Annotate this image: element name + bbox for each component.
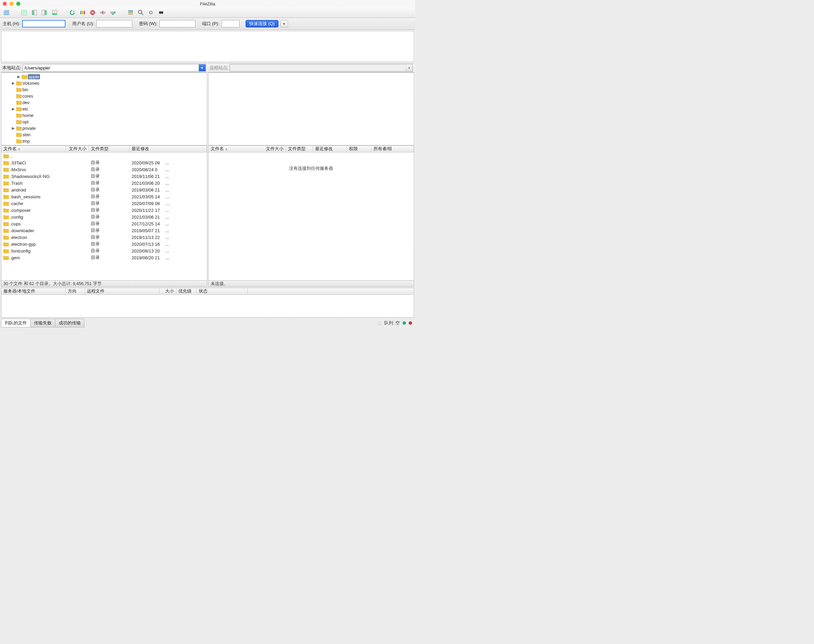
tree-item[interactable]: ▶etc (2, 106, 207, 112)
col-filename-remote[interactable]: 文件名∧ (209, 146, 266, 152)
remote-file-list[interactable]: 文件名∧ 文件大小 文件类型 最近修改 权限 所有者/组 没有连接到任何服务器 (208, 146, 415, 281)
toggle-log-icon[interactable] (20, 9, 29, 16)
titlebar: FileZilla (0, 0, 415, 8)
qcol-remote[interactable]: 远程文件 (85, 288, 160, 294)
list-item[interactable]: .. (2, 153, 207, 159)
activity-led-send (409, 321, 412, 325)
local-site-combo[interactable]: ▼ (23, 64, 206, 72)
local-directory-tree[interactable]: ▶apple▶Volumesbincoresdev▶etchomeopt▶pri… (1, 72, 207, 146)
remote-directory-tree[interactable] (208, 72, 415, 146)
quickconnect-button[interactable]: 快速连接 (Q) (246, 20, 278, 28)
toggle-remote-tree-icon[interactable] (40, 9, 49, 16)
qcol-status[interactable]: 状态 (197, 288, 247, 294)
sync-browse-icon[interactable] (146, 9, 155, 16)
col-modified[interactable]: 最近修改 (129, 146, 207, 152)
tab-queued[interactable]: 列队的文件 (1, 319, 31, 327)
list-item[interactable]: .ShadowsocksX-NG目录2019/11/06 21... (2, 173, 207, 179)
svg-point-24 (138, 10, 142, 14)
tree-item[interactable]: opt (2, 119, 207, 125)
message-log[interactable] (1, 31, 414, 62)
tree-item[interactable]: bin (2, 86, 207, 93)
local-file-list[interactable]: 文件名∧ 文件大小 文件类型 最近修改 ...33TaiCi目录2020/09/… (1, 146, 207, 281)
svg-rect-10 (42, 10, 45, 15)
refresh-icon[interactable] (68, 9, 77, 16)
compare-icon[interactable] (136, 9, 145, 16)
quickconnect-history-dropdown[interactable]: ▼ (281, 20, 288, 28)
search-remote-icon[interactable] (157, 9, 166, 16)
remote-site-input (230, 64, 405, 71)
svg-rect-8 (32, 10, 34, 15)
qcol-direction[interactable]: 方向 (66, 288, 85, 294)
local-status: 30 个文件 和 62 个目录。大小总计: 9,456,751 字节 (1, 281, 207, 287)
list-item[interactable]: .config目录2021/03/06 21... (2, 213, 207, 220)
password-input[interactable] (160, 20, 195, 28)
svg-rect-22 (128, 12, 133, 13)
port-input[interactable] (221, 20, 240, 28)
window-title: FileZilla (0, 2, 415, 6)
toolbar (0, 8, 415, 18)
qcol-size[interactable]: 大小 (160, 288, 177, 294)
tree-item[interactable]: ▶apple (2, 74, 207, 80)
toggle-local-tree-icon[interactable] (30, 9, 39, 16)
col-filetype-remote[interactable]: 文件类型 (286, 146, 313, 152)
list-item[interactable]: .bash_sessions目录2021/03/05 14... (2, 193, 207, 200)
col-filesize[interactable]: 文件大小 (66, 146, 89, 152)
list-item[interactable]: .cups目录2017/12/25 14... (2, 220, 207, 227)
list-item[interactable]: .Trash目录2021/03/06 20... (2, 179, 207, 186)
process-queue-icon[interactable] (78, 9, 87, 16)
username-input[interactable] (96, 20, 132, 28)
queue-tabs: 列队的文件 传输失败 成功的传输 ◌ 队列: 空 (0, 319, 415, 328)
remote-site-label: 远程站点: (210, 65, 229, 71)
list-item[interactable]: .33TaiCi目录2020/09/25 09... (2, 159, 207, 166)
tree-item[interactable]: cores (2, 93, 207, 99)
tree-item[interactable]: home (2, 112, 207, 119)
col-filename[interactable]: 文件名∧ (2, 146, 66, 152)
filter-icon[interactable] (126, 9, 135, 16)
local-site-label: 本地站点: (2, 65, 22, 71)
disconnect-icon[interactable] (98, 9, 107, 16)
reconnect-icon[interactable] (109, 9, 117, 16)
list-item[interactable]: .cache目录2020/07/09 08... (2, 200, 207, 207)
site-manager-icon[interactable] (2, 9, 11, 16)
list-item[interactable]: .android目录2019/03/08 21... (2, 186, 207, 193)
toggle-queue-icon[interactable] (50, 9, 59, 16)
col-modified-remote[interactable]: 最近修改 (313, 146, 347, 152)
tab-success[interactable]: 成功的传输 (55, 319, 84, 327)
tree-item[interactable]: ▶private (2, 125, 207, 132)
col-filesize-remote[interactable]: 文件大小 (266, 146, 286, 152)
list-item[interactable]: .electron-gyp目录2020/07/13 16... (2, 241, 207, 247)
col-filetype[interactable]: 文件类型 (89, 146, 129, 152)
col-owner[interactable]: 所有者/组 (372, 146, 414, 152)
list-item[interactable]: .gem目录2019/08/20 21... (2, 254, 207, 261)
svg-rect-16 (84, 11, 85, 14)
svg-rect-21 (128, 11, 133, 12)
cancel-icon[interactable] (88, 9, 97, 16)
local-site-input[interactable] (23, 64, 199, 71)
host-input[interactable] (22, 20, 66, 28)
tab-failed[interactable]: 传输失败 (30, 319, 55, 327)
list-item[interactable]: .electron目录2019/11/13 22... (2, 234, 207, 241)
transfer-queue[interactable]: 服务器/本地文件 方向 远程文件 大小 优先级 状态 (1, 288, 414, 317)
list-item[interactable]: .MxSrvs目录2020/08/24 0... (2, 166, 207, 173)
activity-led-receive (402, 321, 406, 325)
svg-rect-14 (80, 11, 81, 14)
col-permissions[interactable]: 权限 (347, 146, 372, 152)
chevron-down-icon[interactable]: ▼ (199, 64, 206, 71)
qcol-priority[interactable]: 优先级 (177, 288, 197, 294)
queue-status: 队列: 空 (384, 320, 400, 326)
port-label: 端口 (P): (202, 21, 220, 27)
host-label: 主机 (H): (3, 21, 20, 27)
svg-rect-3 (5, 11, 5, 11)
tree-item[interactable]: tmp (2, 138, 207, 144)
list-item[interactable]: .downloader目录2019/05/07 21... (2, 227, 207, 234)
chevron-down-icon: ▼ (405, 64, 412, 71)
tree-item[interactable]: ▶Volumes (2, 80, 207, 86)
list-item[interactable]: .fontconfig目录2020/08/13 20... (2, 247, 207, 254)
tree-item[interactable]: dev (2, 99, 207, 106)
qcol-server[interactable]: 服务器/本地文件 (2, 288, 66, 294)
quickconnect-bar: 主机 (H): 用户名 (U): 密码 (W): 端口 (P): 快速连接 (Q… (0, 18, 415, 30)
svg-rect-2 (4, 14, 9, 15)
tree-item[interactable]: sbin (2, 132, 207, 138)
list-item[interactable]: .composer目录2020/11/22 17... (2, 207, 207, 213)
svg-rect-11 (45, 10, 47, 15)
